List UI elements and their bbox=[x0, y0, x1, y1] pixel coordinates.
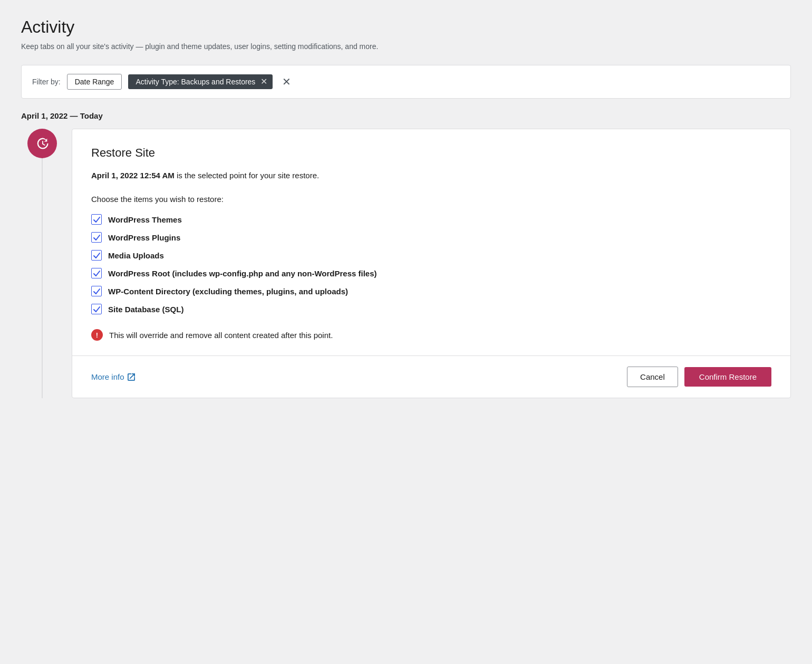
choose-items-label: Choose the items you wish to restore: bbox=[91, 195, 771, 204]
checkmark-icon bbox=[93, 234, 100, 241]
filter-bar: Filter by: Date Range Activity Type: Bac… bbox=[21, 65, 791, 99]
timeline-container: Restore Site April 1, 2022 12:54 AM is t… bbox=[21, 129, 791, 398]
checkbox-icon[interactable] bbox=[91, 304, 102, 314]
page-title: Activity bbox=[21, 17, 791, 37]
checkbox-icon[interactable] bbox=[91, 286, 102, 296]
more-info-link[interactable]: More info bbox=[91, 372, 135, 381]
checklist-item-label: WordPress Root (includes wp-config.php a… bbox=[108, 269, 377, 278]
restore-icon-dot bbox=[27, 129, 57, 158]
checklist-item-label: WordPress Themes bbox=[108, 215, 182, 224]
checklist-item-label: WP-Content Directory (excluding themes, … bbox=[108, 287, 348, 296]
checkbox-icon[interactable] bbox=[91, 250, 102, 261]
external-link-icon bbox=[128, 373, 135, 381]
footer-actions: Cancel Confirm Restore bbox=[627, 367, 771, 387]
timeline-vertical-line bbox=[42, 158, 43, 398]
checklist-item-label: WordPress Plugins bbox=[108, 233, 180, 242]
checklist-item[interactable]: WordPress Themes bbox=[91, 214, 771, 225]
checkmark-icon bbox=[93, 252, 100, 259]
warning-row: ! This will override and remove all cont… bbox=[91, 329, 771, 341]
checklist-item-label: Media Uploads bbox=[108, 251, 164, 260]
checkmark-icon bbox=[93, 288, 100, 295]
warning-text: This will override and remove all conten… bbox=[109, 331, 333, 340]
checklist-item[interactable]: WordPress Plugins bbox=[91, 232, 771, 243]
checkmark-icon bbox=[93, 216, 100, 223]
clear-all-filters-button[interactable]: ✕ bbox=[279, 75, 294, 88]
activity-type-filter-tag: Activity Type: Backups and Restores ✕ bbox=[128, 74, 273, 89]
checklist-item-label: Site Database (SQL) bbox=[108, 305, 183, 314]
filter-tag-close-icon[interactable]: ✕ bbox=[260, 78, 267, 86]
filter-label: Filter by: bbox=[32, 78, 61, 86]
checkmark-icon bbox=[93, 270, 100, 277]
filter-tag-label: Activity Type: Backups and Restores bbox=[136, 78, 255, 86]
warning-icon: ! bbox=[91, 329, 103, 341]
more-info-label: More info bbox=[91, 372, 124, 381]
confirm-restore-button[interactable]: Confirm Restore bbox=[684, 367, 771, 387]
restore-card: Restore Site April 1, 2022 12:54 AM is t… bbox=[72, 129, 791, 398]
checkbox-icon[interactable] bbox=[91, 214, 102, 225]
checklist-item[interactable]: WP-Content Directory (excluding themes, … bbox=[91, 286, 771, 296]
timeline-line bbox=[21, 129, 63, 398]
restore-date: April 1, 2022 12:54 AM bbox=[91, 171, 175, 180]
date-range-button[interactable]: Date Range bbox=[67, 74, 122, 90]
restore-checklist: WordPress Themes WordPress Plugins Media… bbox=[91, 214, 771, 314]
restore-description: April 1, 2022 12:54 AM is the selected p… bbox=[91, 169, 771, 182]
checkbox-icon[interactable] bbox=[91, 232, 102, 243]
restore-card-body: Restore Site April 1, 2022 12:54 AM is t… bbox=[72, 129, 790, 355]
restore-description-rest: is the selected point for your site rest… bbox=[175, 171, 319, 180]
checklist-item[interactable]: Media Uploads bbox=[91, 250, 771, 261]
restore-card-title: Restore Site bbox=[91, 146, 771, 160]
checkbox-icon[interactable] bbox=[91, 268, 102, 278]
restore-card-footer: More info Cancel Confirm Restore bbox=[72, 355, 790, 398]
date-range-label: April 1, 2022 — Today bbox=[21, 111, 791, 120]
checklist-item[interactable]: Site Database (SQL) bbox=[91, 304, 771, 314]
restore-icon bbox=[35, 136, 50, 151]
svg-text:!: ! bbox=[96, 331, 98, 339]
checkmark-icon bbox=[93, 306, 100, 313]
page-subtitle: Keep tabs on all your site's activity — … bbox=[21, 41, 791, 52]
cancel-button[interactable]: Cancel bbox=[627, 367, 678, 387]
checklist-item[interactable]: WordPress Root (includes wp-config.php a… bbox=[91, 268, 771, 278]
page-header: Activity Keep tabs on all your site's ac… bbox=[21, 17, 791, 52]
